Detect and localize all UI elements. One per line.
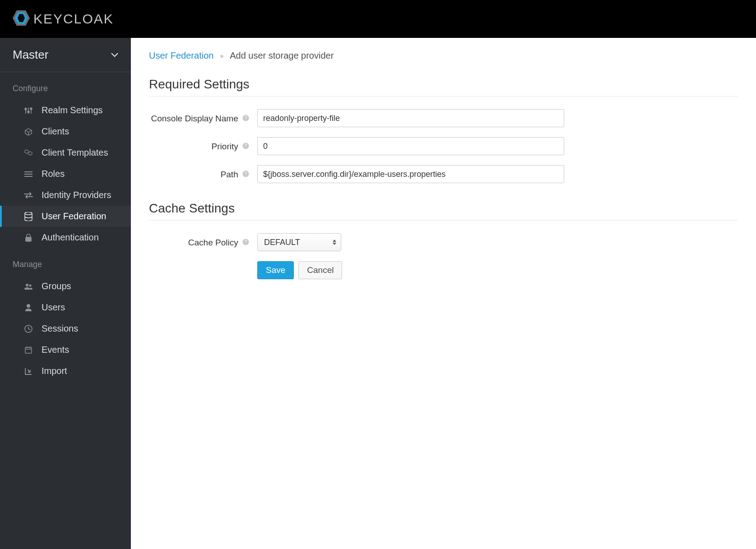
- sidebar-item-sessions[interactable]: Sessions: [0, 318, 131, 339]
- user-icon: [23, 303, 33, 313]
- console-display-name-input[interactable]: [257, 109, 564, 127]
- label-cache-policy: Cache Policy ?: [149, 233, 257, 249]
- sidebar-item-client-templates[interactable]: Client Templates: [0, 142, 131, 163]
- sidebar-item-groups[interactable]: Groups: [0, 276, 131, 297]
- svg-text:?: ?: [245, 115, 247, 120]
- help-icon[interactable]: ?: [242, 238, 249, 248]
- svg-point-6: [25, 108, 27, 110]
- help-icon[interactable]: ?: [242, 142, 249, 152]
- label-priority: Priority ?: [149, 137, 257, 153]
- button-row: Save Cancel: [257, 261, 738, 279]
- cache-policy-select[interactable]: DEFAULT: [257, 233, 341, 251]
- label-path: Path ?: [149, 165, 257, 181]
- realm-selector[interactable]: Master: [0, 38, 131, 72]
- sidebar-item-label: Authentication: [42, 232, 99, 243]
- brand-logo[interactable]: KEYCLOAK: [13, 10, 114, 28]
- sidebar-item-label: Realm Settings: [42, 105, 103, 115]
- sidebar-item-roles[interactable]: Roles: [0, 163, 131, 185]
- brand-text: KEYCLOAK: [33, 11, 114, 27]
- sidebar-item-label: Clients: [42, 126, 69, 137]
- main-content: User Federation » Add user storage provi…: [131, 38, 756, 549]
- svg-rect-18: [25, 347, 32, 353]
- breadcrumb: User Federation » Add user storage provi…: [149, 51, 738, 61]
- svg-point-14: [26, 284, 28, 286]
- breadcrumb-parent-link[interactable]: User Federation: [149, 51, 213, 61]
- nav-section-manage: Manage: [0, 248, 131, 276]
- sidebar-item-user-federation[interactable]: User Federation: [0, 206, 131, 227]
- sidebar-item-label: Sessions: [42, 323, 78, 334]
- label-console-display-name: Console Display Name ?: [149, 109, 257, 125]
- svg-text:?: ?: [245, 143, 247, 148]
- sliders-icon: [23, 106, 33, 115]
- cancel-button[interactable]: Cancel: [298, 261, 342, 279]
- sidebar-item-label: Identity Providers: [42, 190, 111, 200]
- keycloak-logo-icon: [13, 10, 30, 28]
- sidebar: Master Configure Realm Settings Clients …: [0, 38, 131, 549]
- sidebar-item-label: Import: [42, 366, 67, 376]
- svg-rect-13: [26, 237, 31, 241]
- form-row-path: Path ?: [149, 165, 738, 183]
- save-button[interactable]: Save: [257, 261, 294, 279]
- sidebar-item-label: User Federation: [42, 211, 106, 221]
- form-row-cache-policy: Cache Policy ? DEFAULT: [149, 233, 738, 251]
- priority-input[interactable]: [257, 137, 564, 155]
- breadcrumb-current: Add user storage provider: [230, 51, 334, 61]
- breadcrumb-separator-icon: »: [220, 52, 223, 60]
- sidebar-item-identity-providers[interactable]: Identity Providers: [0, 185, 131, 206]
- lock-icon: [23, 233, 33, 243]
- chevron-down-icon: [111, 50, 118, 60]
- sidebar-item-label: Roles: [42, 169, 65, 179]
- sidebar-item-users[interactable]: Users: [0, 297, 131, 318]
- calendar-icon: [23, 345, 33, 355]
- svg-point-7: [28, 111, 29, 113]
- svg-text:?: ?: [245, 240, 247, 245]
- realm-selector-label: Master: [13, 48, 48, 62]
- path-input[interactable]: [257, 165, 564, 183]
- topbar: KEYCLOAK: [0, 0, 756, 38]
- svg-point-8: [30, 108, 32, 110]
- sidebar-item-authentication[interactable]: Authentication: [0, 227, 131, 248]
- database-icon: [23, 212, 33, 221]
- exchange-icon: [23, 190, 33, 200]
- sidebar-item-import[interactable]: Import: [0, 360, 131, 382]
- sidebar-item-label: Users: [42, 302, 65, 313]
- group-icon: [23, 281, 33, 291]
- form-row-priority: Priority ?: [149, 137, 738, 155]
- form-row-console-display-name: Console Display Name ?: [149, 109, 738, 127]
- cube-icon: [23, 127, 33, 137]
- sidebar-item-label: Client Templates: [42, 148, 108, 158]
- sidebar-item-label: Events: [42, 345, 69, 355]
- select-caret-icon: [333, 240, 336, 245]
- sidebar-item-label: Groups: [42, 281, 71, 291]
- sidebar-item-clients[interactable]: Clients: [0, 121, 131, 142]
- svg-text:?: ?: [245, 171, 247, 176]
- list-icon: [23, 169, 33, 179]
- nav-section-configure: Configure: [0, 72, 131, 100]
- svg-point-16: [27, 304, 30, 308]
- select-value: DEFAULT: [264, 238, 300, 247]
- section-heading-required: Required Settings: [149, 77, 738, 97]
- help-icon[interactable]: ?: [242, 114, 249, 124]
- sidebar-item-events[interactable]: Events: [0, 339, 131, 360]
- svg-point-12: [25, 212, 32, 215]
- svg-point-15: [29, 284, 32, 286]
- sidebar-item-realm-settings[interactable]: Realm Settings: [0, 100, 131, 121]
- section-heading-cache: Cache Settings: [149, 201, 738, 221]
- cubes-icon: [23, 148, 33, 158]
- help-icon[interactable]: ?: [242, 170, 249, 180]
- clock-icon: [23, 324, 33, 334]
- import-icon: [23, 366, 33, 376]
